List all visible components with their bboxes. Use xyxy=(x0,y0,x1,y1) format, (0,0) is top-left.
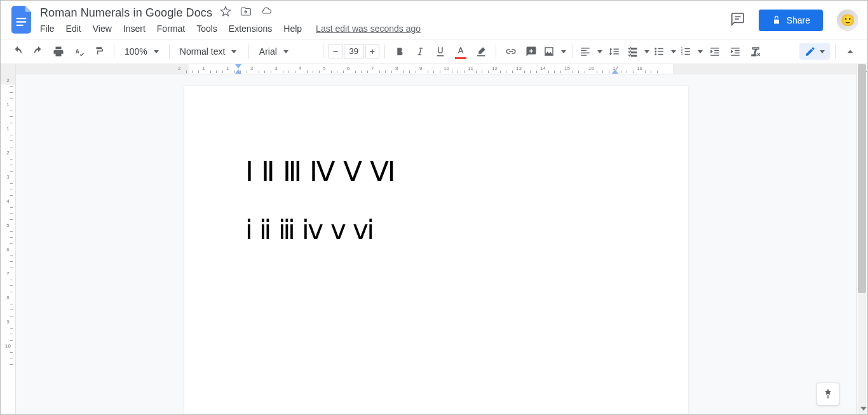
decrease-indent-button[interactable] xyxy=(705,42,724,61)
checklist-button[interactable] xyxy=(625,42,651,61)
increase-indent-button[interactable] xyxy=(726,42,745,61)
document-page[interactable]: Ⅰ Ⅱ Ⅲ Ⅳ Ⅴ Ⅵ ⅰ ⅱ ⅲ ⅳ ⅴ ⅵ xyxy=(184,86,688,414)
menu-format[interactable]: Format xyxy=(157,24,185,34)
clear-formatting-button[interactable] xyxy=(746,42,765,61)
hruler-tick: 4 xyxy=(299,65,301,71)
hruler-tick: 10 xyxy=(444,65,449,71)
scroll-down-arrow[interactable] xyxy=(860,407,867,413)
font-family-value: Arial xyxy=(259,46,277,57)
spellcheck-button[interactable] xyxy=(69,42,88,61)
docs-logo[interactable] xyxy=(10,7,35,32)
document-canvas[interactable]: Ⅰ Ⅱ Ⅲ Ⅳ Ⅴ Ⅵ ⅰ ⅱ ⅲ ⅳ ⅴ ⅵ xyxy=(16,74,856,414)
line-spacing-button[interactable] xyxy=(605,42,624,61)
paint-format-button[interactable] xyxy=(90,42,109,61)
hruler-tick: 2 xyxy=(178,65,180,71)
share-button[interactable]: Share xyxy=(759,10,823,31)
hruler-tick: 8 xyxy=(395,65,398,71)
text-color-button[interactable] xyxy=(451,42,470,61)
doc-line-1[interactable]: ⅰ ⅱ ⅲ ⅳ ⅴ ⅵ xyxy=(245,215,627,245)
hruler-tick: 14 xyxy=(540,65,546,71)
caret-down-icon xyxy=(597,50,602,53)
horizontal-ruler[interactable]: 21123456789101112131415161718 xyxy=(16,64,856,74)
titlebar: Roman Numerals in Google Docs File Edit … xyxy=(1,1,867,34)
menu-bar: File Edit View Insert Format Tools Exten… xyxy=(40,24,421,34)
vruler-tick: 6 xyxy=(1,247,15,252)
caret-down-icon xyxy=(644,50,649,53)
hruler-tick: 6 xyxy=(347,65,349,71)
underline-button[interactable] xyxy=(431,42,450,61)
menu-view[interactable]: View xyxy=(93,24,112,34)
zoom-value: 100% xyxy=(125,46,147,57)
open-comments-icon[interactable] xyxy=(731,12,745,29)
star-icon[interactable] xyxy=(220,6,231,20)
print-button[interactable] xyxy=(49,42,68,61)
document-title[interactable]: Roman Numerals in Google Docs xyxy=(40,6,212,20)
vruler-tick: 1 xyxy=(1,126,15,132)
highlight-color-button[interactable] xyxy=(471,42,491,61)
italic-button[interactable] xyxy=(410,42,430,61)
font-size-decrease[interactable]: − xyxy=(329,44,342,58)
hruler-tick: 3 xyxy=(275,65,277,71)
hruler-tick: 16 xyxy=(588,65,594,71)
svg-rect-1 xyxy=(17,21,26,22)
svg-point-7 xyxy=(654,53,656,55)
last-edit-text[interactable]: Last edit was seconds ago xyxy=(316,24,421,34)
vruler-tick: 2 xyxy=(1,150,15,156)
hruler-tick: 11 xyxy=(468,65,473,71)
hruler-tick: 7 xyxy=(371,65,374,71)
menu-insert[interactable]: Insert xyxy=(123,24,146,34)
hruler-tick: 2 xyxy=(250,65,253,71)
share-button-label: Share xyxy=(787,15,810,25)
svg-rect-2 xyxy=(17,25,24,26)
font-size-input[interactable]: 39 xyxy=(344,44,364,58)
scrollbar-thumb[interactable] xyxy=(858,64,866,293)
vruler-tick: 3 xyxy=(1,174,15,180)
move-icon[interactable] xyxy=(240,6,252,20)
vertical-scrollbar[interactable] xyxy=(856,64,867,414)
svg-point-5 xyxy=(654,48,656,50)
first-line-indent-marker[interactable] xyxy=(235,64,241,69)
hruler-tick: 17 xyxy=(613,65,618,71)
styles-value: Normal text xyxy=(180,46,226,57)
add-comment-button[interactable] xyxy=(522,42,541,61)
font-family-select[interactable]: Arial xyxy=(254,42,318,61)
caret-down-icon xyxy=(698,50,703,53)
font-size-increase[interactable]: + xyxy=(365,44,379,58)
caret-down-icon xyxy=(671,50,676,53)
styles-select[interactable]: Normal text xyxy=(175,42,243,61)
menu-help[interactable]: Help xyxy=(283,24,302,34)
hruler-tick: 15 xyxy=(564,65,570,71)
editing-mode-button[interactable] xyxy=(799,43,830,60)
menu-file[interactable]: File xyxy=(40,24,55,34)
insert-image-button[interactable] xyxy=(542,42,567,61)
menu-extensions[interactable]: Extensions xyxy=(229,24,272,34)
account-avatar[interactable]: 🙂 xyxy=(837,10,858,31)
doc-line-0[interactable]: Ⅰ Ⅱ Ⅲ Ⅳ Ⅴ Ⅵ xyxy=(245,157,627,187)
bold-button[interactable] xyxy=(390,42,409,61)
zoom-select[interactable]: 100% xyxy=(119,42,164,61)
menu-edit[interactable]: Edit xyxy=(66,24,81,34)
undo-button[interactable] xyxy=(8,42,27,61)
insert-link-button[interactable] xyxy=(501,42,520,61)
collapse-toolbar-button[interactable] xyxy=(841,42,860,61)
vruler-tick: 5 xyxy=(1,222,15,228)
bulleted-list-button[interactable] xyxy=(652,42,677,61)
svg-rect-0 xyxy=(17,18,26,19)
cloud-status-icon[interactable] xyxy=(261,6,272,20)
menu-tools[interactable]: Tools xyxy=(196,24,217,34)
redo-button[interactable] xyxy=(29,42,48,61)
hruler-tick: 12 xyxy=(492,65,498,71)
caret-down-icon xyxy=(154,50,159,53)
workspace: 2112345678910 21123456789101112131415161… xyxy=(1,64,867,414)
hruler-tick: 5 xyxy=(323,65,325,71)
hruler-tick: 9 xyxy=(419,65,422,71)
hruler-tick: 18 xyxy=(637,65,642,71)
vertical-ruler[interactable]: 2112345678910 xyxy=(1,64,16,414)
vruler-tick: 2 xyxy=(1,78,15,83)
align-button[interactable] xyxy=(578,42,604,61)
hruler-tick: 1 xyxy=(226,65,229,71)
numbered-list-button[interactable]: 123 xyxy=(679,42,704,61)
explore-button[interactable] xyxy=(817,383,839,405)
svg-point-6 xyxy=(654,51,656,53)
svg-text:3: 3 xyxy=(681,52,682,56)
